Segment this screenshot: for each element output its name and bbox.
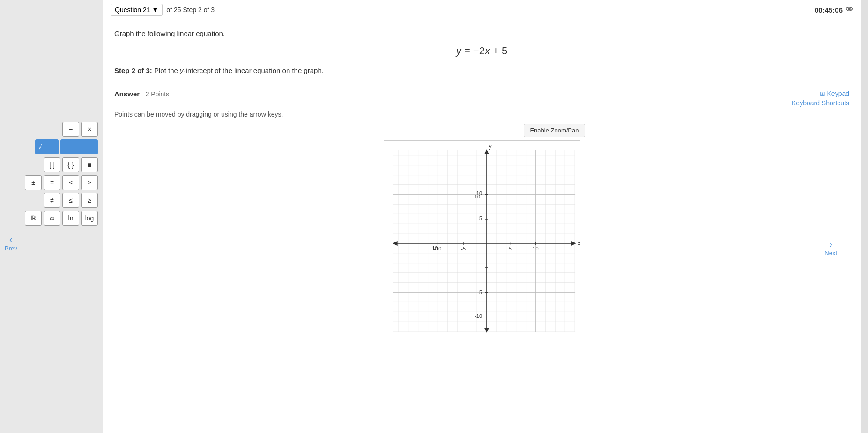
main-content: Question 21 ▼ of 25 Step 2 of 3 00:45:06…	[103, 0, 861, 433]
leq-btn[interactable]: ≤	[62, 193, 79, 208]
keypad-links: ⊞ Keypad Keyboard Shortcuts	[792, 90, 849, 107]
y-axis-label: y	[488, 143, 491, 150]
x-axis-label: x	[578, 240, 580, 247]
log-btn[interactable]: log	[81, 211, 98, 226]
axes	[393, 150, 575, 332]
answer-label: Answer	[114, 90, 140, 98]
greater-than-btn[interactable]: >	[81, 175, 98, 190]
prev-arrow[interactable]: ‹	[9, 234, 13, 245]
bracket-row: [ ] { } ■	[5, 157, 98, 172]
scrollbar[interactable]	[861, 0, 868, 433]
eye-icon[interactable]: 👁	[846, 6, 853, 14]
next-nav[interactable]: › Next	[824, 239, 837, 257]
y-label-10: 10	[476, 191, 482, 196]
equation-display: y = −2x + 5	[114, 45, 849, 57]
question-selector[interactable]: Question 21 ▼	[111, 4, 163, 16]
y-label-5: 5	[479, 215, 482, 221]
graph-container: Enable Zoom/Pan	[114, 124, 849, 337]
curly-bracket-btn[interactable]: { }	[62, 157, 79, 172]
less-than-btn[interactable]: <	[62, 175, 79, 190]
section-divider	[114, 84, 849, 84]
content-body: Graph the following linear equation. y =…	[103, 20, 861, 433]
prev-nav[interactable]: ‹ Prev	[5, 234, 17, 252]
y-label-neg10: -10	[475, 313, 482, 319]
coordinate-graph[interactable]: x y -10 -10 -5 5 10 10 10	[384, 140, 580, 337]
not-equal-btn[interactable]: ≠	[44, 193, 60, 208]
geq-btn[interactable]: ≥	[81, 193, 98, 208]
major-grid	[393, 150, 575, 332]
minus-btn[interactable]: −	[62, 122, 79, 137]
step-bold: Step 2 of 3:	[114, 66, 152, 74]
keypad-link[interactable]: ⊞ Keypad	[820, 90, 849, 97]
sqrt-btn[interactable]: √	[35, 139, 59, 154]
x-label-pos10: 10	[533, 246, 538, 251]
question-label: Question 21	[115, 6, 150, 14]
symbol-row-2: ≠ ≤ ≥	[5, 193, 98, 208]
enable-zoom-btn[interactable]: Enable Zoom/Pan	[524, 124, 585, 137]
step-text: Plot the y-intercept of the linear equat…	[154, 66, 324, 74]
question-nav: Question 21 ▼ of 25 Step 2 of 3	[111, 4, 215, 16]
answer-label-group: Answer 2 Points	[114, 90, 169, 98]
question-prompt: Graph the following linear equation.	[114, 29, 849, 37]
infinity-btn[interactable]: ∞	[44, 211, 60, 226]
left-keypad-panel: − × √ [ ] { } ■ ± = < > ≠ ≤ ≥ ℝ ∞ ln log…	[0, 0, 103, 433]
x-label-pos5: 5	[508, 246, 511, 251]
next-label[interactable]: Next	[824, 250, 837, 257]
svg-marker-44	[393, 242, 397, 245]
ln-btn[interactable]: ln	[62, 211, 79, 226]
dropdown-arrow-icon: ▼	[152, 6, 159, 14]
square-bracket-btn[interactable]: [ ]	[44, 157, 60, 172]
keypad-row-1: − ×	[5, 122, 98, 137]
x-label-neg10: -10	[434, 246, 441, 251]
step-instruction: Step 2 of 3: Plot the y-intercept of the…	[114, 66, 849, 74]
equals-btn[interactable]: =	[44, 175, 60, 190]
symbol-row-3: ℝ ∞ ln log	[5, 211, 98, 226]
graph-svg-wrapper: x y -10 -10 -5 5 10 10 10	[379, 140, 585, 337]
prev-label[interactable]: Prev	[5, 245, 17, 252]
x-label-neg5: -5	[461, 246, 466, 251]
y-label-neg5: -5	[477, 289, 482, 295]
fraction-btn[interactable]	[60, 139, 98, 154]
plusminus-btn[interactable]: ±	[25, 175, 42, 190]
drag-hint: Points can be moved by dragging or using…	[114, 110, 849, 118]
points-badge: 2 Points	[146, 90, 170, 98]
sqrt-row: √	[5, 139, 98, 154]
answer-section: Answer 2 Points ⊞ Keypad Keyboard Shortc…	[114, 90, 849, 107]
minor-grid	[393, 150, 575, 332]
timer-value: 00:45:06	[815, 6, 843, 14]
keyboard-shortcuts-link[interactable]: Keyboard Shortcuts	[792, 99, 849, 107]
abs-btn[interactable]: ■	[81, 157, 98, 172]
header-bar: Question 21 ▼ of 25 Step 2 of 3 00:45:06…	[103, 0, 861, 20]
real-numbers-btn[interactable]: ℝ	[25, 211, 42, 226]
timer-display: 00:45:06 👁	[815, 6, 853, 14]
step-info: of 25 Step 2 of 3	[166, 6, 215, 14]
times-btn[interactable]: ×	[81, 122, 98, 137]
svg-marker-46	[484, 150, 488, 154]
symbol-row-1: ± = < >	[5, 175, 98, 190]
next-arrow[interactable]: ›	[829, 239, 832, 250]
graph-wrapper: Enable Zoom/Pan	[379, 124, 585, 337]
